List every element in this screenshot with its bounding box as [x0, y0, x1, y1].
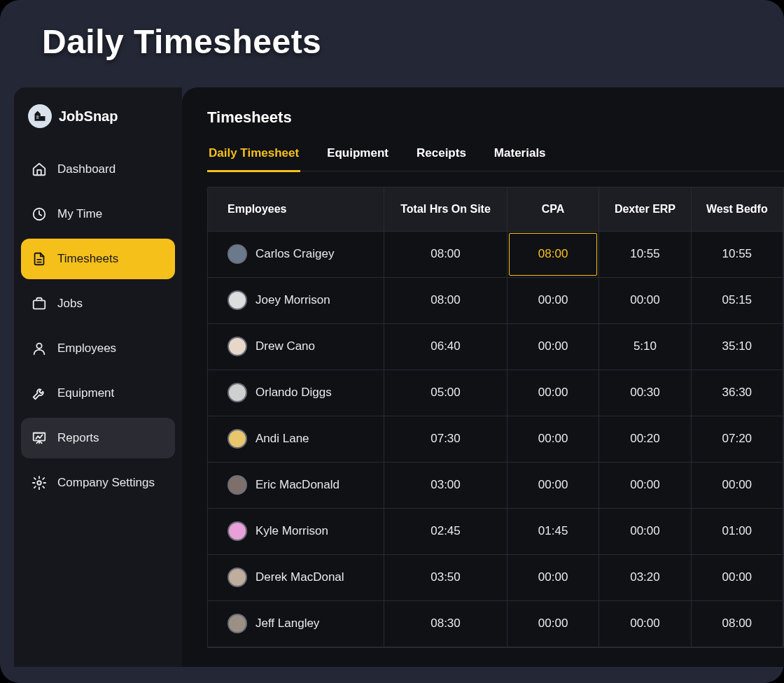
svg-point-4 — [37, 481, 41, 485]
sidebar-item-label: Equipment — [57, 386, 114, 400]
tab-materials[interactable]: Materials — [493, 146, 547, 171]
time-cell[interactable]: 00:00 — [507, 277, 598, 323]
time-cell[interactable]: 00:00 — [507, 323, 598, 369]
table-row[interactable]: Carlos Craigey08:0008:0010:5510:55 — [208, 231, 783, 277]
time-cell[interactable]: 35:10 — [691, 323, 783, 369]
table-row[interactable]: Kyle Morrison02:4501:4500:0001:00 — [208, 508, 783, 554]
employee-cell[interactable]: Andi Lane — [208, 416, 384, 462]
employee-cell[interactable]: Joey Morrison — [208, 277, 384, 323]
col-header-total[interactable]: Total Hrs On Site — [384, 188, 507, 231]
avatar — [227, 290, 247, 310]
page-title: Daily Timesheets — [42, 22, 742, 61]
employee-cell[interactable]: Drew Cano — [208, 323, 384, 369]
table-row[interactable]: Joey Morrison08:0000:0000:0005:15 — [208, 277, 783, 323]
col-header-cpa[interactable]: CPA — [507, 188, 598, 231]
time-cell[interactable]: 00:00 — [599, 462, 691, 508]
avatar — [227, 568, 247, 587]
time-cell[interactable]: 03:00 — [384, 462, 507, 508]
avatar — [227, 383, 247, 402]
employee-cell[interactable]: Orlando Diggs — [208, 369, 384, 416]
time-cell[interactable]: 06:40 — [384, 323, 507, 369]
employee-cell[interactable]: Eric MacDonald — [208, 462, 384, 508]
table-row[interactable]: Eric MacDonald03:0000:0000:0000:00 — [208, 462, 783, 508]
tab-equipment[interactable]: Equipment — [326, 146, 390, 171]
employee-cell[interactable]: Kyle Morrison — [208, 508, 384, 554]
time-cell[interactable]: 00:00 — [599, 277, 691, 323]
panel-title: Timesheets — [207, 108, 784, 127]
time-cell[interactable]: 00:30 — [599, 369, 691, 416]
time-cell[interactable]: 08:00 — [384, 277, 507, 323]
time-cell[interactable]: 07:20 — [691, 416, 783, 462]
time-cell[interactable]: 10:55 — [599, 231, 691, 277]
sidebar-item-dashboard[interactable]: Dashboard — [21, 149, 175, 190]
sidebar-item-mytime[interactable]: My Time — [21, 194, 175, 234]
employee-name: Eric MacDonald — [255, 478, 340, 492]
col-header-west[interactable]: West Bedfo — [691, 188, 783, 231]
col-header-dexter[interactable]: Dexter ERP — [599, 188, 691, 231]
col-header-emp[interactable]: Employees — [208, 188, 384, 231]
table-row[interactable]: Drew Cano06:4000:005:1035:10 — [208, 323, 783, 369]
employee-cell[interactable]: Carlos Craigey — [208, 231, 384, 277]
sidebar-item-employees[interactable]: Employees — [21, 328, 175, 369]
sidebar-item-label: Dashboard — [57, 162, 115, 176]
table-row[interactable]: Jeff Langley08:3000:0000:0008:00 — [208, 600, 783, 647]
time-cell[interactable]: 00:00 — [599, 508, 691, 554]
wrench-icon — [31, 385, 48, 402]
sidebar-item-settings[interactable]: Company Settings — [21, 463, 175, 503]
file-icon — [31, 251, 48, 267]
brand[interactable]: JobSnap — [21, 104, 175, 142]
time-cell[interactable]: 00:20 — [599, 416, 691, 462]
avatar — [227, 475, 247, 495]
time-cell[interactable]: 03:50 — [384, 554, 507, 600]
time-cell[interactable]: 08:00 — [691, 600, 783, 647]
avatar — [227, 337, 247, 356]
time-cell[interactable]: 00:00 — [691, 462, 783, 508]
sidebar-item-reports[interactable]: Reports — [21, 418, 175, 458]
app-window: Daily Timesheets JobSnap DashboardMy Tim… — [0, 0, 784, 683]
page-header: Daily Timesheets — [0, 0, 784, 71]
table-row[interactable]: Orlando Diggs05:0000:0000:3036:30 — [208, 369, 783, 416]
time-cell[interactable]: 00:00 — [691, 554, 783, 600]
time-cell[interactable]: 05:00 — [384, 369, 507, 416]
time-cell[interactable]: 07:30 — [384, 416, 507, 462]
sidebar-item-label: Timesheets — [57, 252, 118, 266]
employee-name: Andi Lane — [255, 432, 309, 446]
svg-rect-1 — [34, 300, 46, 309]
table-row[interactable]: Andi Lane07:3000:0000:2007:20 — [208, 416, 783, 462]
sidebar-item-equipment[interactable]: Equipment — [21, 373, 175, 414]
time-cell[interactable]: 5:10 — [599, 323, 691, 369]
time-cell[interactable]: 05:15 — [691, 277, 783, 323]
employee-name: Drew Cano — [255, 339, 315, 353]
time-cell[interactable]: 08:00 — [384, 231, 507, 277]
tab-receipts[interactable]: Receipts — [415, 146, 468, 171]
svg-point-2 — [36, 344, 41, 348]
tabs: Daily TimesheetEquipmentReceiptsMaterial… — [207, 146, 784, 171]
time-cell[interactable]: 00:00 — [507, 600, 598, 647]
sidebar-item-jobs[interactable]: Jobs — [21, 283, 175, 324]
employee-cell[interactable]: Derek MacDonal — [208, 554, 384, 600]
sidebar-item-timesheets[interactable]: Timesheets — [21, 239, 175, 279]
layout: JobSnap DashboardMy TimeTimesheetsJobsEm… — [0, 71, 784, 667]
sidebar-item-label: Company Settings — [57, 476, 155, 490]
table-row[interactable]: Derek MacDonal03:5000:0003:2000:00 — [208, 554, 783, 600]
time-cell[interactable]: 03:20 — [599, 554, 691, 600]
time-cell[interactable]: 01:00 — [691, 508, 783, 554]
time-cell[interactable]: 00:00 — [507, 416, 598, 462]
brand-name: JobSnap — [59, 108, 118, 125]
time-cell[interactable]: 36:30 — [691, 369, 783, 416]
time-cell[interactable]: 00:00 — [507, 369, 598, 416]
employee-name: Orlando Diggs — [255, 386, 332, 400]
time-cell[interactable]: 08:30 — [384, 600, 507, 647]
time-cell[interactable]: 02:45 — [384, 508, 507, 554]
time-cell[interactable]: 00:00 — [507, 462, 598, 508]
time-cell[interactable]: 10:55 — [691, 231, 783, 277]
avatar — [227, 429, 247, 449]
brand-logo-icon — [28, 104, 52, 128]
time-cell[interactable]: 00:00 — [507, 554, 598, 600]
employee-cell[interactable]: Jeff Langley — [208, 600, 384, 647]
time-cell[interactable]: 08:00 — [507, 231, 598, 277]
time-cell[interactable]: 01:45 — [507, 508, 598, 554]
avatar — [227, 614, 247, 633]
time-cell[interactable]: 00:00 — [599, 600, 691, 647]
tab-daily[interactable]: Daily Timesheet — [207, 146, 300, 172]
